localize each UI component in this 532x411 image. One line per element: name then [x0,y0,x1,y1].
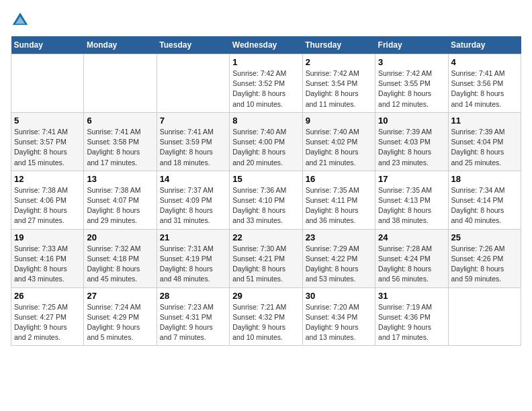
day-cell: 8Sunrise: 7:40 AM Sunset: 4:00 PM Daylig… [230,112,302,171]
header-tuesday: Tuesday [157,36,229,54]
logo-icon [11,11,30,30]
day-number: 18 [451,174,518,184]
day-info: Sunrise: 7:26 AM Sunset: 4:26 PM Dayligh… [451,244,518,285]
day-info: Sunrise: 7:41 AM Sunset: 3:56 PM Dayligh… [451,68,518,109]
day-number: 14 [160,174,226,184]
day-info: Sunrise: 7:35 AM Sunset: 4:13 PM Dayligh… [378,185,445,226]
header-wednesday: Wednesday [230,36,302,54]
day-info: Sunrise: 7:40 AM Sunset: 4:00 PM Dayligh… [232,127,299,168]
day-cell: 11Sunrise: 7:39 AM Sunset: 4:04 PM Dayli… [448,112,521,171]
days-header-row: SundayMondayTuesdayWednesdayThursdayFrid… [11,36,521,54]
day-number: 10 [378,116,445,126]
day-cell [448,287,521,346]
day-info: Sunrise: 7:24 AM Sunset: 4:29 PM Dayligh… [87,302,153,343]
day-info: Sunrise: 7:30 AM Sunset: 4:21 PM Dayligh… [232,244,299,285]
day-info: Sunrise: 7:41 AM Sunset: 3:59 PM Dayligh… [160,127,226,168]
day-cell: 18Sunrise: 7:34 AM Sunset: 4:14 PM Dayli… [448,171,521,229]
day-info: Sunrise: 7:41 AM Sunset: 3:57 PM Dayligh… [14,127,81,168]
day-cell: 27Sunrise: 7:24 AM Sunset: 4:29 PM Dayli… [84,287,157,346]
day-cell: 23Sunrise: 7:29 AM Sunset: 4:22 PM Dayli… [302,229,375,287]
day-number: 12 [14,174,81,184]
day-cell: 5Sunrise: 7:41 AM Sunset: 3:57 PM Daylig… [11,112,84,171]
day-number: 7 [160,116,226,126]
day-number: 1 [232,57,299,67]
page-header [11,11,521,30]
day-cell: 19Sunrise: 7:33 AM Sunset: 4:16 PM Dayli… [11,229,84,287]
week-row-1: 1Sunrise: 7:42 AM Sunset: 3:52 PM Daylig… [11,54,521,113]
day-cell: 12Sunrise: 7:38 AM Sunset: 4:06 PM Dayli… [11,171,84,229]
day-number: 5 [14,116,81,126]
day-cell: 20Sunrise: 7:32 AM Sunset: 4:18 PM Dayli… [84,229,157,287]
day-cell: 30Sunrise: 7:20 AM Sunset: 4:34 PM Dayli… [302,287,375,346]
day-info: Sunrise: 7:35 AM Sunset: 4:11 PM Dayligh… [306,185,372,226]
day-cell: 7Sunrise: 7:41 AM Sunset: 3:59 PM Daylig… [157,112,229,171]
day-cell: 22Sunrise: 7:30 AM Sunset: 4:21 PM Dayli… [230,229,302,287]
day-number: 29 [232,291,299,301]
day-cell: 16Sunrise: 7:35 AM Sunset: 4:11 PM Dayli… [302,171,375,229]
day-info: Sunrise: 7:20 AM Sunset: 4:34 PM Dayligh… [306,302,372,343]
day-cell [157,54,229,113]
calendar-table: SundayMondayTuesdayWednesdayThursdayFrid… [11,36,521,346]
header-friday: Friday [375,36,448,54]
day-info: Sunrise: 7:28 AM Sunset: 4:24 PM Dayligh… [378,244,445,285]
day-cell: 4Sunrise: 7:41 AM Sunset: 3:56 PM Daylig… [448,54,521,113]
day-cell [11,54,84,113]
day-number: 31 [378,291,445,301]
day-cell: 10Sunrise: 7:39 AM Sunset: 4:03 PM Dayli… [375,112,448,171]
day-info: Sunrise: 7:34 AM Sunset: 4:14 PM Dayligh… [451,185,518,226]
header-monday: Monday [84,36,157,54]
day-cell: 15Sunrise: 7:36 AM Sunset: 4:10 PM Dayli… [230,171,302,229]
week-row-5: 26Sunrise: 7:25 AM Sunset: 4:27 PM Dayli… [11,287,521,346]
day-cell: 6Sunrise: 7:41 AM Sunset: 3:58 PM Daylig… [84,112,157,171]
day-info: Sunrise: 7:38 AM Sunset: 4:06 PM Dayligh… [14,185,81,226]
day-cell: 14Sunrise: 7:37 AM Sunset: 4:09 PM Dayli… [157,171,229,229]
day-number: 2 [306,57,372,67]
day-number: 28 [160,291,226,301]
day-number: 27 [87,291,153,301]
day-number: 6 [87,116,153,126]
day-info: Sunrise: 7:29 AM Sunset: 4:22 PM Dayligh… [306,244,372,285]
day-cell [84,54,157,113]
week-row-2: 5Sunrise: 7:41 AM Sunset: 3:57 PM Daylig… [11,112,521,171]
day-number: 17 [378,174,445,184]
day-number: 8 [232,116,299,126]
day-info: Sunrise: 7:33 AM Sunset: 4:16 PM Dayligh… [14,244,81,285]
day-cell: 25Sunrise: 7:26 AM Sunset: 4:26 PM Dayli… [448,229,521,287]
day-cell: 29Sunrise: 7:21 AM Sunset: 4:32 PM Dayli… [230,287,302,346]
day-info: Sunrise: 7:39 AM Sunset: 4:04 PM Dayligh… [451,127,518,168]
day-cell: 9Sunrise: 7:40 AM Sunset: 4:02 PM Daylig… [302,112,375,171]
day-info: Sunrise: 7:31 AM Sunset: 4:19 PM Dayligh… [160,244,226,285]
day-number: 26 [14,291,81,301]
day-info: Sunrise: 7:42 AM Sunset: 3:52 PM Dayligh… [232,68,299,109]
header-thursday: Thursday [302,36,375,54]
day-cell: 31Sunrise: 7:19 AM Sunset: 4:36 PM Dayli… [375,287,448,346]
day-info: Sunrise: 7:39 AM Sunset: 4:03 PM Dayligh… [378,127,445,168]
day-cell: 17Sunrise: 7:35 AM Sunset: 4:13 PM Dayli… [375,171,448,229]
day-info: Sunrise: 7:38 AM Sunset: 4:07 PM Dayligh… [87,185,153,226]
day-cell: 2Sunrise: 7:42 AM Sunset: 3:54 PM Daylig… [302,54,375,113]
day-number: 4 [451,57,518,67]
day-number: 25 [451,232,518,242]
day-info: Sunrise: 7:25 AM Sunset: 4:27 PM Dayligh… [14,302,81,343]
day-number: 13 [87,174,153,184]
day-number: 11 [451,116,518,126]
day-number: 21 [160,232,226,242]
day-number: 20 [87,232,153,242]
day-cell: 1Sunrise: 7:42 AM Sunset: 3:52 PM Daylig… [230,54,302,113]
day-info: Sunrise: 7:21 AM Sunset: 4:32 PM Dayligh… [232,302,299,343]
day-info: Sunrise: 7:42 AM Sunset: 3:55 PM Dayligh… [378,68,445,109]
day-number: 9 [306,116,372,126]
day-cell: 26Sunrise: 7:25 AM Sunset: 4:27 PM Dayli… [11,287,84,346]
day-number: 30 [306,291,372,301]
day-number: 24 [378,232,445,242]
day-number: 16 [306,174,372,184]
day-info: Sunrise: 7:19 AM Sunset: 4:36 PM Dayligh… [378,302,445,343]
week-row-4: 19Sunrise: 7:33 AM Sunset: 4:16 PM Dayli… [11,229,521,287]
day-cell: 13Sunrise: 7:38 AM Sunset: 4:07 PM Dayli… [84,171,157,229]
day-info: Sunrise: 7:40 AM Sunset: 4:02 PM Dayligh… [306,127,372,168]
day-cell: 28Sunrise: 7:23 AM Sunset: 4:31 PM Dayli… [157,287,229,346]
week-row-3: 12Sunrise: 7:38 AM Sunset: 4:06 PM Dayli… [11,171,521,229]
header-sunday: Sunday [11,36,84,54]
header-saturday: Saturday [448,36,521,54]
day-cell: 3Sunrise: 7:42 AM Sunset: 3:55 PM Daylig… [375,54,448,113]
